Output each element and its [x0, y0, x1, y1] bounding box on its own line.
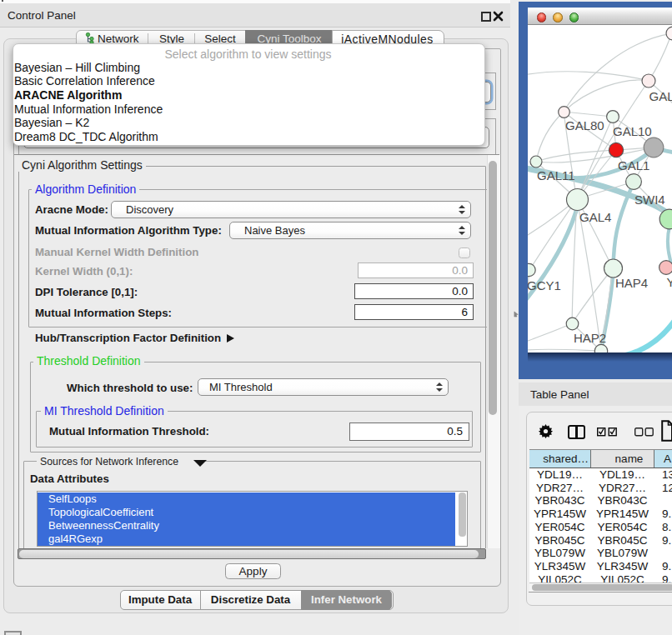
svg-text:GAL11: GAL11 — [537, 168, 575, 182]
svg-text:GAL4: GAL4 — [579, 210, 611, 224]
svg-text:GAL80: GAL80 — [565, 118, 604, 132]
svg-text:HAP4: HAP4 — [615, 276, 648, 290]
svg-text:SWI4: SWI4 — [634, 192, 665, 207]
svg-text:GCY1: GCY1 — [528, 278, 561, 292]
svg-text:HAP2: HAP2 — [574, 331, 606, 345]
svg-text:GAL1: GAL1 — [618, 158, 649, 172]
svg-text:GAL7: GAL7 — [649, 89, 672, 103]
svg-text:GAL10: GAL10 — [613, 124, 652, 138]
svg-text:Y: Y — [667, 275, 672, 289]
